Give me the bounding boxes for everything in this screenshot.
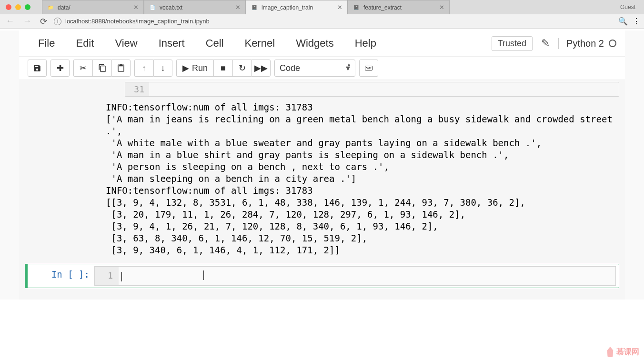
menu-insert[interactable]: Insert [148,33,195,53]
url-text: localhost:8888/notebooks/image_caption_t… [65,18,210,25]
svg-rect-4 [371,67,372,68]
restart-button[interactable]: ↻ [232,60,252,77]
url-field[interactable]: i localhost:8888/notebooks/image_caption… [54,18,614,25]
text-cursor [121,272,122,281]
tabs: 📁 data/ ✕ 📄 vocab.txt ✕ 📓 image_caption_… [42,0,450,14]
copy-icon [98,64,107,72]
svg-rect-1 [366,67,367,68]
paste-icon [117,64,125,72]
active-input-cell[interactable]: In [ ]: 1 [25,264,619,288]
jupyter-container: File Edit View Insert Cell Kernel Widget… [0,30,644,300]
cut-button[interactable]: ✂ [73,60,92,77]
save-button[interactable] [28,60,47,77]
code-line[interactable] [149,82,619,96]
watermark: 慕课网 [606,347,639,357]
folder-icon: 📁 [47,4,54,11]
tab-image-caption-train[interactable]: 📓 image_caption_train ✕ [246,0,348,14]
paste-button[interactable] [111,60,131,77]
kernel-indicator[interactable]: Python 2 [558,38,616,49]
notebook-icon: 📓 [353,4,360,11]
svg-rect-0 [365,66,372,70]
add-cell-button[interactable]: ✚ [50,60,70,77]
watermark-text: 慕课网 [616,347,639,357]
reload-button[interactable]: ⟳ [38,16,49,27]
svg-rect-5 [367,69,371,70]
close-icon[interactable]: ✕ [131,4,139,11]
info-icon[interactable]: i [54,18,61,25]
previous-cell-area: 31 [19,80,625,97]
close-icon[interactable]: ✕ [436,4,444,11]
close-icon[interactable]: ✕ [232,4,241,11]
code-editor[interactable]: 1 [94,266,616,286]
run-button[interactable]: ▶ Run [176,60,213,77]
address-bar: ← → ⟳ i localhost:8888/notebooks/image_c… [0,14,644,29]
run-icon: ▶ [182,63,189,73]
guest-label: Guest [620,4,635,10]
kernel-status-icon [609,40,616,47]
minimize-window-button[interactable] [15,4,21,10]
secondary-cursor [203,270,204,280]
zoom-icon[interactable]: 🔍 [618,17,628,26]
maximize-window-button[interactable] [25,4,30,10]
menu-kernel[interactable]: Kernel [234,33,286,53]
jupyter-toolbar: ✚ ✂ ↑ ↓ ▶ Run ■ ↻ ▶▶ Code [19,57,625,80]
line-number: 1 [95,267,119,285]
menu-icon[interactable]: ⋮ [633,17,640,26]
tab-label: data/ [58,4,131,11]
menu-edit[interactable]: Edit [65,33,104,53]
copy-button[interactable] [92,60,111,77]
previous-code-cell-fragment[interactable]: 31 [125,82,619,97]
menu-widgets[interactable]: Widgets [285,33,344,53]
editor-area[interactable] [119,267,615,285]
tab-vocab[interactable]: 📄 vocab.txt ✕ [144,0,246,14]
trusted-badge[interactable]: Trusted [492,36,533,51]
notebook-area: 31 INFO:tensorflow:num of all imgs: 3178… [19,80,625,300]
keyboard-icon [364,64,373,72]
svg-rect-2 [368,67,369,68]
forward-button[interactable]: → [21,16,33,26]
back-button[interactable]: ← [4,16,16,26]
line-number: 31 [125,82,149,96]
close-window-button[interactable] [6,4,11,10]
menu-cell[interactable]: Cell [195,33,234,53]
menu-view[interactable]: View [104,33,148,53]
cell-output: INFO:tensorflow:num of all imgs: 31783 [… [19,100,625,261]
tab-label: image_caption_train [262,4,334,11]
notebook-icon: 📓 [251,4,258,11]
menu-file[interactable]: File [28,33,65,53]
input-prompt: In [ ]: [28,264,94,288]
tab-label: vocab.txt [160,4,232,11]
svg-rect-3 [369,67,370,68]
kernel-name: Python 2 [566,38,604,49]
save-icon [33,64,41,72]
tab-label: feature_extract [363,4,436,11]
edit-icon[interactable]: ✎ [541,37,550,50]
interrupt-button[interactable]: ■ [213,60,232,77]
move-up-button[interactable]: ↑ [134,60,153,77]
browser-tab-bar: 📁 data/ ✕ 📄 vocab.txt ✕ 📓 image_caption_… [0,0,644,14]
cell-type-select[interactable]: Code [274,60,355,77]
file-icon: 📄 [149,4,156,11]
close-icon[interactable]: ✕ [334,4,342,11]
menu-help[interactable]: Help [344,33,387,53]
cell-type-value: Code [280,63,300,73]
window-controls [0,4,36,10]
tab-data[interactable]: 📁 data/ ✕ [42,0,144,14]
tab-feature-extract[interactable]: 📓 feature_extract ✕ [348,0,450,14]
jupyter-menubar: File Edit View Insert Cell Kernel Widget… [19,30,625,57]
flame-icon [606,347,614,357]
move-down-button[interactable]: ↓ [153,60,172,77]
command-palette-button[interactable] [359,60,378,77]
run-label: Run [192,63,208,73]
restart-run-all-button[interactable]: ▶▶ [252,60,271,77]
